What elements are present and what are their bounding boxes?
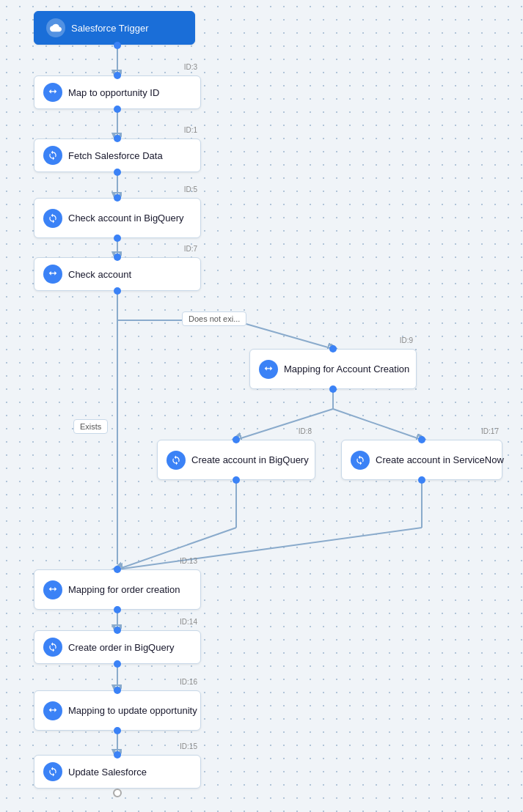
mapping-update-label: Mapping to update opportunity	[68, 705, 197, 716]
dot-create-sn-top	[418, 436, 425, 443]
node-id-7: ID:7	[184, 245, 197, 253]
mapping-order-node[interactable]: ID:13 Mapping for order creation	[34, 569, 201, 610]
salesforce-icon	[46, 18, 65, 37]
arrows-icon	[48, 87, 58, 97]
map-opportunity-node[interactable]: ID:3 Map to opportunity ID	[34, 75, 201, 109]
mapping-account-creation-label: Mapping for Account Creation	[284, 363, 409, 374]
node-id-17: ID:17	[481, 427, 499, 435]
check-bq-label: Check account in BigQuery	[68, 213, 184, 224]
create-order-bq-label: Create order in BigQuery	[68, 642, 175, 653]
check-bq-node[interactable]: ID:5 Check account in BigQuery	[34, 198, 201, 238]
node-id-1: ID:1	[184, 126, 197, 134]
exists-label: Exists	[73, 419, 108, 434]
refresh5-icon	[48, 642, 58, 652]
dot-checkbq-top	[114, 194, 121, 202]
refresh4-icon	[355, 455, 365, 465]
mapping-update-icon	[43, 701, 62, 720]
trigger-label: Salesforce Trigger	[71, 23, 149, 34]
dot-checkacc-top	[114, 254, 121, 261]
refresh6-icon	[48, 767, 58, 777]
arrows3-icon	[263, 364, 274, 374]
dot-mapping-acc-top	[329, 345, 337, 353]
mapping-update-node[interactable]: ID:16 Mapping to update opportunity	[34, 690, 201, 731]
fetch-sf-label: Fetch Salesforce Data	[68, 150, 163, 161]
dot-map-bottom	[114, 106, 121, 113]
mapping-account-creation-node[interactable]: ID:9 Mapping for Account Creation	[249, 349, 417, 389]
create-sn-icon	[351, 451, 370, 470]
refresh2-icon	[48, 213, 58, 224]
dot-checkacc-bottom	[114, 287, 121, 295]
end-dot	[113, 789, 122, 797]
svg-line-10	[333, 409, 422, 440]
create-account-bq-node[interactable]: ID:8 Create account in BigQuery	[157, 440, 315, 480]
svg-line-14	[117, 528, 422, 569]
dot-create-sn-bottom	[418, 476, 425, 484]
dot-fetch-bottom	[114, 169, 121, 176]
create-account-sn-node[interactable]: ID:17 Create account in ServiceNow	[341, 440, 502, 480]
update-sf-node[interactable]: ID:15 Update Salesforce	[34, 755, 201, 789]
create-order-bq-node[interactable]: ID:14 Create order in BigQuery	[34, 630, 201, 664]
create-order-icon	[43, 638, 62, 657]
mapping-acc-icon	[259, 360, 278, 379]
node-id-16: ID:16	[180, 678, 197, 686]
update-sf-icon	[43, 762, 62, 781]
update-sf-label: Update Salesforce	[68, 767, 147, 778]
node-id-13: ID:13	[180, 557, 197, 565]
check-account-label: Check account	[68, 269, 131, 280]
dot-map-top	[114, 72, 121, 79]
node-id-8: ID:8	[299, 427, 312, 435]
check-bq-icon	[43, 209, 62, 228]
does-not-exist-label: Does not exi...	[182, 311, 246, 326]
create-account-sn-label: Create account in ServiceNow	[376, 454, 504, 465]
dot-create-bq-top	[233, 436, 240, 443]
mapping-order-label: Mapping for order creation	[68, 584, 180, 595]
dot-mapping-acc-bottom	[329, 385, 337, 393]
check-account-icon	[43, 265, 62, 284]
dot-trigger-bottom	[114, 42, 121, 49]
create-account-bq-label: Create account in BigQuery	[191, 454, 309, 465]
dot-mapping-update-top	[114, 687, 121, 694]
dot-mapping-order-bottom	[114, 606, 121, 613]
dot-create-order-top	[114, 627, 121, 634]
node-id-3: ID:3	[184, 63, 197, 71]
dot-fetch-top	[114, 135, 121, 142]
create-bq-icon	[167, 451, 186, 470]
dot-update-sf-top	[114, 751, 121, 759]
node-id-9: ID:9	[400, 336, 413, 344]
map-icon	[43, 83, 62, 102]
trigger-node[interactable]: Salesforce Trigger	[34, 11, 195, 45]
check-account-node[interactable]: ID:7 Check account	[34, 257, 201, 291]
dot-create-bq-bottom	[233, 476, 240, 484]
fetch-sf-node[interactable]: ID:1 Fetch Salesforce Data	[34, 139, 201, 172]
dot-create-order-bottom	[114, 660, 121, 668]
arrows5-icon	[48, 706, 58, 716]
cloud-icon	[50, 22, 62, 34]
node-id-14: ID:14	[180, 618, 197, 626]
svg-line-12	[117, 528, 236, 569]
svg-line-6	[233, 320, 333, 349]
mapping-order-icon	[43, 580, 62, 599]
node-id-15: ID:15	[180, 742, 197, 750]
dot-checkbq-bottom	[114, 235, 121, 242]
fetch-icon	[43, 146, 62, 165]
map-opportunity-label: Map to opportunity ID	[68, 87, 159, 98]
dot-mapping-order-top	[114, 566, 121, 573]
refresh3-icon	[171, 455, 181, 465]
arrows2-icon	[48, 269, 58, 279]
arrows4-icon	[48, 585, 58, 595]
node-id-5: ID:5	[184, 185, 197, 193]
svg-line-8	[236, 409, 333, 440]
refresh-icon	[48, 150, 58, 160]
dot-mapping-update-bottom	[114, 727, 121, 734]
flow-canvas: Salesforce Trigger ID:3 Map to opportuni…	[0, 0, 523, 812]
